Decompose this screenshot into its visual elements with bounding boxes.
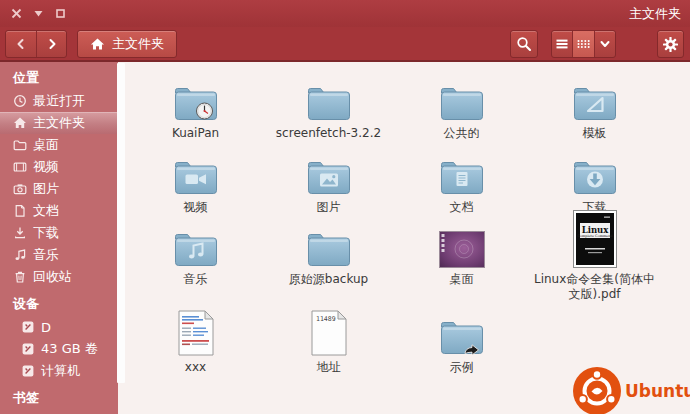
watermark-label: UbuntuKylin (625, 381, 690, 401)
ubuntukylin-watermark: UbuntuKylin (572, 366, 690, 414)
file-item-desktop[interactable]: 桌面 (395, 206, 528, 302)
text-file-icon (178, 310, 214, 356)
breadcrumb[interactable]: 主文件夹 (77, 30, 177, 58)
file-label: 原始源backup (289, 272, 368, 287)
folder-clock-icon (173, 74, 219, 122)
sidebar-item-label: 图片 (33, 180, 59, 198)
file-item-videos[interactable]: 视频 (129, 148, 262, 215)
sidebar-item-label: D (41, 320, 51, 335)
file-item-documents[interactable]: 文档 (395, 148, 528, 215)
back-button[interactable] (6, 31, 36, 57)
file-item-examples[interactable]: 示例 (395, 310, 528, 375)
chevron-down-icon (598, 37, 612, 51)
image-thumbnail-icon (439, 206, 485, 268)
svg-text:Complete Command: Complete Command (577, 234, 613, 238)
home-icon (13, 116, 27, 130)
folder-download-icon (572, 148, 618, 196)
sidebar-item-drive-d[interactable]: D (0, 316, 118, 338)
file-grid: KuaiPan screenfetch-3.2.2 公共的 模板 视频 图片 文… (125, 62, 690, 414)
folder-document-icon (439, 148, 485, 196)
file-item-templates[interactable]: 模板 (528, 74, 661, 141)
folder-video-icon (173, 148, 219, 196)
list-view-button[interactable] (552, 31, 572, 57)
sidebar-scrollbar[interactable] (117, 63, 125, 383)
file-item-public[interactable]: 公共的 (395, 74, 528, 141)
video-icon (13, 160, 27, 174)
file-label: 地址 (317, 360, 341, 375)
sidebar-item-label: 视频 (33, 158, 59, 176)
music-icon (13, 248, 27, 262)
breadcrumb-label: 主文件夹 (112, 35, 164, 53)
search-button[interactable] (510, 30, 538, 58)
search-icon (516, 36, 532, 52)
sidebar-item-label: 桌面 (33, 136, 59, 154)
file-item-downloads[interactable]: 下载 (528, 148, 661, 215)
titlebar: 主文件夹 (0, 0, 690, 27)
sidebar-item-volume-43gb[interactable]: 43 GB 卷 (0, 338, 118, 360)
sidebar-item-computer[interactable]: 计算机 (0, 360, 118, 382)
sidebar-item-documents[interactable]: 文档 (0, 200, 118, 222)
maximize-icon[interactable] (54, 7, 67, 20)
sidebar-section-header: 书签 (0, 382, 118, 410)
sidebar-item-recent[interactable]: 最近打开 (0, 90, 118, 112)
forward-button[interactable] (36, 31, 66, 57)
sidebar-item-home[interactable]: 主文件夹 (0, 112, 118, 134)
sidebar-item-trash[interactable]: 回收站 (0, 266, 118, 288)
sidebar-item-label: 音乐 (33, 246, 59, 264)
view-options-button[interactable] (594, 31, 615, 57)
folder-music-icon (173, 206, 219, 268)
file-item-screenfetch[interactable]: screenfetch-3.2.2 (262, 74, 395, 141)
file-label: 音乐 (184, 272, 208, 287)
drive-icon (21, 364, 35, 378)
folder-template-icon (572, 74, 618, 122)
file-item-pictures[interactable]: 图片 (262, 148, 395, 215)
nav-button-group (5, 30, 67, 58)
drive-icon (21, 320, 35, 334)
pdf-thumbnail-icon: Linux Complete Command (573, 206, 617, 268)
sidebar-item-music[interactable]: 音乐 (0, 244, 118, 266)
file-label: xxx (185, 360, 206, 375)
close-icon[interactable] (10, 7, 23, 20)
folder-icon (13, 138, 27, 152)
file-row: 音乐 原始源backup 桌面 Linux Complete Command L… (129, 206, 661, 302)
chevron-left-icon (19, 40, 23, 48)
sidebar-item-label: 文档 (33, 202, 59, 220)
file-item-xxx[interactable]: xxx (129, 310, 262, 375)
toolbar: 主文件夹 (0, 27, 690, 62)
minimize-icon[interactable] (32, 7, 45, 20)
grid-view-button[interactable] (572, 31, 593, 57)
folder-icon (306, 206, 352, 268)
sidebar-item-label: 回收站 (33, 268, 72, 286)
file-item-linux-pdf[interactable]: Linux Complete Command Linux命令全集(简体中文版).… (528, 206, 661, 302)
text-file-number-icon: 11489 (311, 310, 347, 356)
window-title: 主文件夹 (629, 0, 681, 27)
folder-image-icon (306, 148, 352, 196)
sidebar-item-pictures[interactable]: 图片 (0, 178, 118, 200)
sidebar-item-label: 主文件夹 (33, 114, 85, 132)
sidebar-item-desktop[interactable]: 桌面 (0, 134, 118, 156)
file-row: KuaiPan screenfetch-3.2.2 公共的 模板 (129, 74, 661, 141)
sidebar-item-bookmark-kuaipan[interactable]: KuaiPan (0, 410, 118, 414)
folder-icon (439, 74, 485, 122)
file-row: xxx 11489地址 示例 (129, 310, 528, 375)
folder-symlink-icon (439, 310, 485, 356)
file-label: 公共的 (444, 126, 480, 141)
sidebar-item-label: 下载 (33, 224, 59, 242)
file-item-music[interactable]: 音乐 (129, 206, 262, 302)
document-icon (13, 204, 27, 218)
sidebar-item-videos[interactable]: 视频 (0, 156, 118, 178)
file-item-address[interactable]: 11489地址 (262, 310, 395, 375)
home-icon (90, 37, 105, 51)
sidebar-section-header: 位置 (0, 62, 118, 90)
file-item-kuaipan[interactable]: KuaiPan (129, 74, 262, 141)
ubuntukylin-logo (572, 366, 622, 414)
settings-button[interactable] (657, 30, 684, 58)
sidebar-item-downloads[interactable]: 下载 (0, 222, 118, 244)
gear-icon (662, 36, 679, 53)
svg-text:11489: 11489 (316, 315, 336, 323)
sidebar-item-label: 计算机 (41, 362, 80, 380)
file-item-backup[interactable]: 原始源backup (262, 206, 395, 302)
file-label: 模板 (583, 126, 607, 141)
sidebar-section-header: 设备 (0, 288, 118, 316)
grid-view-icon (576, 37, 591, 51)
